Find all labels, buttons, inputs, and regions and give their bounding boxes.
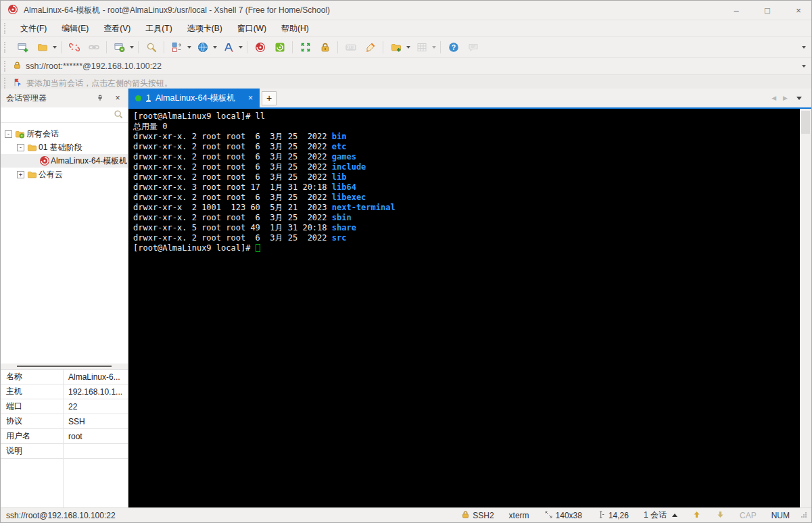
menu-item-v[interactable]: 查看(V) — [96, 20, 138, 36]
grid-icon — [413, 39, 430, 55]
status-1[interactable]: 1 会话 — [644, 509, 677, 521]
status-arrow-up[interactable] — [692, 510, 701, 521]
pin-panel-icon[interactable] — [94, 92, 106, 104]
layout-button[interactable] — [167, 39, 193, 55]
session-tab[interactable]: 1 AlmaLinux-64-模板机× — [128, 89, 260, 107]
close-panel-icon[interactable]: × — [112, 92, 124, 104]
maximize-button[interactable]: □ — [755, 1, 780, 20]
toolbar-overflow-icon[interactable] — [802, 46, 806, 49]
status-1426[interactable]: 14,26 — [597, 510, 629, 521]
property-row: 说明 — [1, 444, 128, 459]
addressbar-overflow-icon[interactable] — [802, 65, 806, 68]
lock-button[interactable] — [315, 39, 335, 55]
layout-dropdown-icon[interactable] — [187, 46, 191, 49]
proxy-globe-button[interactable] — [193, 39, 218, 55]
toolbar-grip[interactable] — [4, 42, 8, 53]
directory-name: next-terminal — [332, 203, 396, 212]
resize-grip-icon[interactable] — [801, 511, 807, 520]
minimize-button[interactable]: – — [723, 1, 749, 20]
terminal[interactable]: [root@AlmaLinux9 local]# ll总用量 0drwxr-xr… — [128, 109, 811, 507]
status-num[interactable]: NUM — [771, 511, 790, 520]
menubar-grip[interactable] — [4, 23, 8, 34]
directory-name: games — [332, 152, 356, 161]
address-url[interactable]: ssh://root:******@192.168.10.100:22 — [26, 61, 162, 71]
find-button[interactable] — [141, 39, 161, 55]
infobar-grip[interactable] — [4, 78, 8, 89]
addressbar-grip[interactable] — [4, 61, 8, 72]
property-value[interactable]: root — [63, 432, 128, 441]
tab-scroll-left-icon[interactable]: ◀ — [771, 95, 776, 101]
status-xterm[interactable]: xterm — [509, 511, 529, 520]
expand-icon[interactable]: + — [17, 171, 24, 178]
menu-item-w[interactable]: 窗口(W) — [230, 20, 274, 36]
session-properties-button[interactable] — [110, 39, 135, 55]
close-button[interactable]: × — [786, 1, 811, 20]
resize-icon — [544, 510, 553, 521]
menu-item-f[interactable]: 文件(F) — [13, 20, 54, 36]
new-folder-button[interactable] — [386, 39, 412, 55]
session-search-input[interactable] — [6, 109, 114, 120]
menu-item-b[interactable]: 选项卡(B) — [180, 20, 230, 36]
open-folder-dropdown-icon[interactable] — [53, 46, 57, 49]
tab-scroll-right-icon[interactable]: ▶ — [783, 95, 788, 101]
property-label: 端口 — [1, 401, 63, 412]
terminal-line: drwxr-xr-x. 2 root root 6 3月 25 2022 lib… — [133, 193, 811, 203]
property-value[interactable]: 22 — [63, 402, 128, 412]
terminal-scrollbar[interactable] — [800, 109, 811, 507]
search-icon[interactable] — [114, 109, 124, 122]
tree-item-AlmaLinux-64-模板机[interactable]: AlmaLinux-64-模板机 — [1, 154, 128, 168]
directory-name: sbin — [332, 213, 352, 222]
address-bar: ssh://root:******@192.168.10.100:22 — [1, 57, 811, 74]
xftp-icon — [271, 39, 288, 55]
font-button[interactable] — [218, 39, 244, 55]
chat-button[interactable] — [463, 39, 483, 55]
panel-splitter[interactable] — [1, 364, 128, 369]
property-value[interactable]: SSH — [63, 417, 128, 426]
disconnect-button[interactable] — [64, 39, 84, 55]
grid-dropdown-icon[interactable] — [432, 46, 436, 49]
font-dropdown-icon[interactable] — [239, 46, 243, 49]
property-value[interactable]: 192.168.10.1... — [63, 387, 128, 397]
terminal-line: [root@AlmaLinux9 local]# — [133, 243, 811, 253]
status-cap[interactable]: CAP — [740, 511, 757, 520]
menu-item-t[interactable]: 工具(T) — [138, 20, 179, 36]
terminal-scrollbar-thumb[interactable] — [801, 111, 810, 134]
tab-list-dropdown-icon[interactable] — [796, 97, 802, 100]
menu-item-e[interactable]: 编辑(E) — [54, 20, 96, 36]
collapse-icon[interactable]: - — [5, 130, 12, 138]
property-value[interactable]: AlmaLinux-6... — [63, 372, 128, 382]
status-ssh2[interactable]: SSH2 — [461, 510, 494, 521]
help-button[interactable]: ? — [444, 39, 463, 55]
proxy-globe-dropdown-icon[interactable] — [213, 46, 217, 49]
fullscreen-icon — [297, 39, 314, 55]
status-arrow-down[interactable] — [716, 510, 725, 521]
session-list-caret-icon[interactable] — [672, 514, 677, 517]
tree-item-所有会话[interactable]: -所有会话 — [1, 127, 128, 141]
session-manager-title: 会话管理器 — [6, 93, 89, 104]
add-session-flag-icon[interactable] — [13, 78, 22, 89]
main-area: 会话管理器 × -所有会话-01 基础阶段AlmaLinux-64-模板机+公有… — [1, 89, 811, 507]
proxy-globe-icon — [194, 39, 211, 55]
reconnect-button[interactable] — [84, 39, 103, 55]
new-session-button[interactable] — [13, 39, 32, 55]
xshell-button[interactable] — [250, 39, 270, 55]
status-140x38[interactable]: 140x38 — [544, 510, 582, 521]
session-properties-dropdown-icon[interactable] — [130, 46, 134, 49]
fullscreen-button[interactable] — [295, 39, 315, 55]
grid-button[interactable] — [412, 39, 437, 55]
tree-item-公有云[interactable]: +公有云 — [1, 168, 128, 181]
xftp-button[interactable] — [270, 39, 289, 55]
new-folder-dropdown-icon[interactable] — [406, 46, 410, 49]
collapse-icon[interactable]: - — [17, 144, 24, 151]
highlight-button[interactable] — [360, 39, 380, 55]
app-logo-icon — [7, 4, 18, 17]
new-tab-button[interactable]: + — [262, 91, 277, 105]
tree-item-label: 公有云 — [39, 169, 63, 180]
menu-item-h[interactable]: 帮助(H) — [274, 20, 316, 36]
open-folder-button[interactable] — [32, 39, 58, 55]
keyboard-button[interactable] — [341, 39, 360, 55]
folder-icon — [27, 143, 39, 153]
tree-item-01 基础阶段[interactable]: -01 基础阶段 — [1, 141, 128, 154]
toolbar-separator — [106, 41, 107, 53]
tab-close-icon[interactable]: × — [248, 93, 253, 103]
